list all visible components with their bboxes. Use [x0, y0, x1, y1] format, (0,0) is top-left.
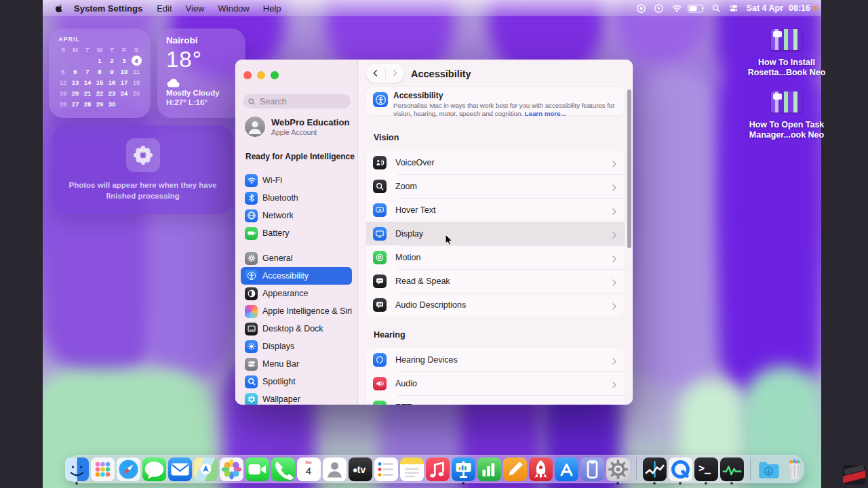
settings-row-zoom[interactable]: Zoom: [366, 174, 625, 198]
dock-icon-trash[interactable]: [783, 458, 806, 481]
close-button[interactable]: [243, 71, 252, 79]
dock-icon-appstore[interactable]: [555, 458, 578, 481]
settings-row-voiceover[interactable]: VoiceOver: [366, 150, 625, 174]
learn-more-link[interactable]: Learn more...: [525, 110, 566, 117]
record-icon[interactable]: [633, 3, 650, 14]
calendar-widget[interactable]: APRIL SMTWTFS123456789101112131415161718…: [49, 28, 151, 118]
control-center-icon[interactable]: [725, 3, 743, 14]
sidebar-item-general[interactable]: General: [241, 249, 352, 267]
sidebar-item-wallpaper[interactable]: Wallpaper: [241, 390, 352, 405]
sidebar-item-apple-intelligence-siri[interactable]: Apple Intelligence & Siri: [241, 302, 352, 320]
dock-icon-calendar[interactable]: Sat4: [297, 458, 321, 481]
back-button[interactable]: [366, 64, 385, 83]
dock-icon-appletv[interactable]: tv: [349, 458, 372, 481]
dock-icon-settings[interactable]: [606, 458, 630, 481]
dock-icon-quicktime[interactable]: [669, 458, 692, 481]
menu-clock[interactable]: Sat 4 Apr08:16: [747, 3, 810, 13]
dock-divider: [636, 458, 637, 481]
sidebar-item-bluetooth[interactable]: Bluetooth: [241, 189, 352, 207]
zoom-button[interactable]: [271, 71, 279, 79]
settings-row-motion[interactable]: Motion: [366, 245, 625, 269]
chevron-right-icon: [611, 403, 618, 405]
settings-row-read-speak[interactable]: Read & Speak: [366, 269, 625, 293]
sidebar-search[interactable]: [243, 94, 351, 108]
dock-icon-phone[interactable]: [271, 458, 295, 481]
search-input[interactable]: [258, 96, 346, 107]
dock-icon-safari[interactable]: [117, 458, 140, 481]
wallpaper-shape: [631, 68, 719, 386]
dock-icon-iphone-mirroring[interactable]: [580, 458, 604, 481]
desktop-file[interactable]: How To Open Task Manager...ook Neo: [743, 92, 831, 140]
displays-icon: [245, 340, 258, 353]
calendar-month: APRIL: [58, 36, 142, 43]
menu-item-window[interactable]: Window: [212, 3, 256, 14]
sidebar-item-battery[interactable]: Battery: [241, 224, 352, 242]
dock-icon-numbers[interactable]: [477, 458, 501, 481]
running-indicator-dot: [616, 482, 619, 485]
running-indicator-dot: [75, 482, 78, 485]
sidebar-item-network[interactable]: Network: [241, 207, 352, 224]
apple-account[interactable]: WebPro Education Apple Account: [245, 117, 349, 137]
sidebar-item-desktop-dock[interactable]: Desktop & Dock: [241, 320, 352, 338]
dock-icon-mail[interactable]: [168, 458, 192, 481]
read-speak-icon: [373, 274, 387, 288]
settings-row-hover-text[interactable]: aHover Text: [366, 198, 625, 222]
forward-button[interactable]: [386, 64, 405, 83]
sidebar-item-accessibility[interactable]: Accessibility: [241, 267, 352, 285]
wifi-icon[interactable]: [668, 3, 686, 14]
nav-buttons: [366, 64, 404, 83]
sidebar-item-appearance[interactable]: Appearance: [241, 285, 352, 302]
settings-row-audio[interactable]: Audio: [366, 371, 625, 395]
dock-icon-messages[interactable]: [142, 458, 166, 481]
dock-icon-maps[interactable]: [194, 458, 218, 481]
section-heading: Hearing: [374, 330, 625, 340]
settings-row-hearing-devices[interactable]: Hearing Devices: [366, 348, 625, 371]
sidebar-item-spotlight[interactable]: Spotlight: [241, 373, 352, 390]
scrollbar-thumb[interactable]: [627, 89, 631, 248]
dock-icon-stats[interactable]: [643, 458, 667, 481]
dock-icon-facetime[interactable]: [245, 458, 269, 481]
sidebar-item-displays[interactable]: Displays: [241, 338, 352, 355]
dock-icon-music[interactable]: [426, 458, 450, 481]
photos-widget[interactable]: Photos will appear here when they have f…: [52, 125, 233, 214]
desktop-file[interactable]: How To Install Rosetta...Book Neo: [743, 29, 831, 78]
menu-item-help[interactable]: Help: [256, 3, 288, 14]
calendar-day: 24: [118, 88, 130, 98]
dock-icon-finder[interactable]: [65, 458, 89, 481]
dock-icon-rocket[interactable]: [529, 458, 553, 481]
minimize-button[interactable]: [257, 71, 265, 79]
dock-icon-pulse[interactable]: [720, 458, 744, 481]
photos-app-icon: [220, 458, 243, 481]
dock-icon-photos[interactable]: [220, 458, 243, 481]
menu-item-system-settings[interactable]: System Settings: [66, 3, 150, 14]
sidebar-item-wi-fi[interactable]: Wi-Fi: [241, 171, 352, 189]
menu-item-view[interactable]: View: [179, 3, 212, 14]
dock-icon-contacts[interactable]: [323, 458, 347, 481]
settings-row-display[interactable]: Display: [366, 222, 625, 245]
dock-icon-launchpad[interactable]: [91, 458, 115, 481]
screen: System SettingsEditViewWindowHelp Sat 4 …: [0, 0, 868, 488]
chevron-right-icon: [611, 356, 618, 364]
menu-item-edit[interactable]: Edit: [150, 3, 178, 14]
dock-icon-terminal[interactable]: >_: [694, 458, 718, 481]
search-icon[interactable]: [707, 3, 725, 14]
dock-icon-notes[interactable]: [400, 458, 424, 481]
dock-icon-reminders[interactable]: [374, 458, 398, 481]
settings-row-rtt[interactable]: RTT: [366, 395, 625, 405]
apple-logo-icon[interactable]: [54, 3, 64, 14]
sidebar-item-menu-bar[interactable]: Menu Bar: [241, 355, 352, 373]
calendar-day: 26: [57, 99, 69, 109]
file-thumbnail-icon: [771, 29, 802, 50]
dock-icon-downloads[interactable]: [757, 458, 781, 481]
play-icon[interactable]: [650, 3, 668, 14]
settings-row-audio-descriptions[interactable]: Audio Descriptions: [366, 293, 625, 317]
battery-icon[interactable]: [686, 3, 707, 14]
apple-intelligence-banner[interactable]: Ready for Apple Intelligence: [245, 152, 355, 161]
audio-icon: [373, 377, 387, 390]
sidebar-item-label: General: [262, 253, 292, 263]
dock-icon-pages[interactable]: [503, 458, 527, 481]
calendar-day: 4: [132, 56, 142, 66]
dock-icon-keynote[interactable]: [452, 458, 475, 481]
safari-app-icon: [117, 458, 140, 481]
weather-widget[interactable]: Nairobi 18° Mostly Cloudy H:27° L:16°: [157, 28, 245, 118]
